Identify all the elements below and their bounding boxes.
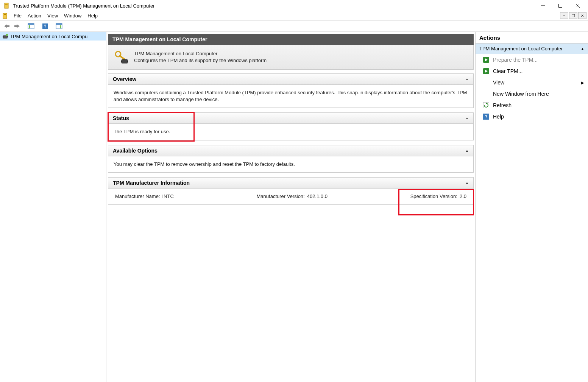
menu-file[interactable]: File <box>11 12 25 19</box>
collapse-icon: ▲ <box>465 77 469 81</box>
section-status: Status ▲ The TPM is ready for use. <box>108 112 474 140</box>
svg-rect-12 <box>29 25 30 28</box>
svg-rect-19 <box>3 36 3 37</box>
tree-item-label: TPM Management on Local Compu <box>10 34 87 39</box>
action-prepare-tpm[interactable]: Prepare the TPM... <box>476 54 588 65</box>
forward-button[interactable] <box>12 22 22 31</box>
content-summary: TPM Management on Local Computer Configu… <box>108 45 474 70</box>
menu-window[interactable]: Window <box>61 12 84 19</box>
main-layout: TPM Management on Local Compu ◀ ▶ TPM Ma… <box>0 32 588 382</box>
close-button[interactable] <box>569 0 586 11</box>
section-manufacturer-header[interactable]: TPM Manufacturer Information ▲ <box>108 178 473 189</box>
content-pane: TPM Management on Local Computer TPM Man… <box>106 32 475 382</box>
collapse-icon: ▲ <box>465 181 469 185</box>
blank-icon <box>483 80 489 86</box>
action-label: View <box>493 80 504 86</box>
toolbar: ? <box>0 20 588 32</box>
section-title: Available Options <box>113 148 158 154</box>
action-view[interactable]: View ▶ <box>476 77 588 88</box>
section-title: Overview <box>113 76 136 82</box>
svg-rect-22 <box>7 37 8 37</box>
window-title: Trusted Platform Module (TPM) Management… <box>12 3 534 9</box>
section-status-body: The TPM is ready for use. <box>108 124 473 140</box>
section-manufacturer-body: Manufacturer Name: INTC Manufacturer Ver… <box>108 189 473 204</box>
mdi-minimize-button[interactable]: − <box>560 12 568 19</box>
menu-view[interactable]: View <box>44 12 61 19</box>
svg-text:?: ? <box>44 24 47 28</box>
action-clear-tpm[interactable]: Clear TPM... <box>476 65 588 77</box>
toolbar-separator <box>52 22 52 30</box>
content-summary-text: TPM Management on Local Computer Configu… <box>134 50 267 64</box>
help-button[interactable]: ? <box>41 22 50 31</box>
tree-pane: TPM Management on Local Compu ◀ ▶ <box>0 32 106 382</box>
svg-rect-31 <box>127 61 128 62</box>
manufacturer-version: Manufacturer Version: 402.1.0.0 <box>257 193 328 200</box>
tree-body: TPM Management on Local Compu <box>0 32 106 382</box>
specification-version: Specification Version: 2.0 <box>410 193 466 200</box>
tree-item-tpm-root[interactable]: TPM Management on Local Compu <box>0 32 106 41</box>
svg-rect-26 <box>122 59 127 63</box>
collapse-icon: ▲ <box>465 116 469 120</box>
show-hide-action-pane-button[interactable] <box>55 22 64 31</box>
mdi-close-button[interactable]: ✕ <box>578 12 586 19</box>
svg-rect-18 <box>3 36 7 38</box>
help-icon: ? <box>483 114 489 120</box>
svg-rect-3 <box>559 4 562 8</box>
menu-bar: File Action View Window Help − ❐ ✕ <box>0 11 588 20</box>
svg-rect-20 <box>7 36 8 37</box>
actions-pane: Actions TPM Management on Local Computer… <box>475 32 588 382</box>
menu-help[interactable]: Help <box>84 12 101 19</box>
maximize-button[interactable] <box>552 0 569 11</box>
section-options-header[interactable]: Available Options ▲ <box>108 145 473 156</box>
mdi-controls: − ❐ ✕ <box>560 12 586 19</box>
section-overview-header[interactable]: Overview ▲ <box>108 74 473 85</box>
show-hide-tree-button[interactable] <box>27 22 36 31</box>
action-label: Refresh <box>493 102 512 108</box>
mdi-restore-button[interactable]: ❐ <box>569 12 577 19</box>
toolbar-separator <box>24 22 24 30</box>
svg-rect-29 <box>121 62 122 63</box>
summary-title: TPM Management on Local Computer <box>134 50 267 57</box>
svg-marker-9 <box>14 24 20 28</box>
spec-version-label: Specification Version: <box>410 193 457 200</box>
section-overview-body: Windows computers containing a Trusted P… <box>108 85 473 108</box>
mfr-version-label: Manufacturer Version: <box>257 193 305 200</box>
section-title: TPM Manufacturer Information <box>113 180 190 186</box>
chevron-right-icon: ▶ <box>581 81 584 85</box>
svg-rect-27 <box>121 60 122 61</box>
collapse-icon: ▲ <box>581 47 584 51</box>
action-refresh[interactable]: Refresh <box>476 100 588 111</box>
svg-rect-28 <box>121 61 122 62</box>
content-header: TPM Management on Local Computer <box>108 34 474 45</box>
summary-desc: Configures the TPM and its support by th… <box>134 57 267 64</box>
spec-version-value: 2.0 <box>460 193 466 200</box>
mfr-name-value: INTC <box>162 193 174 200</box>
collapse-icon: ▲ <box>465 149 469 153</box>
window-controls <box>534 0 586 11</box>
svg-rect-17 <box>60 25 61 28</box>
action-label: Prepare the TPM... <box>493 57 538 63</box>
section-options-body: You may clear the TPM to remove ownershi… <box>108 156 473 172</box>
svg-rect-30 <box>127 60 128 61</box>
section-title: Status <box>113 115 129 121</box>
manufacturer-row: Manufacturer Name: INTC Manufacturer Ver… <box>114 193 468 200</box>
action-new-window[interactable]: New Window from Here <box>476 88 588 100</box>
section-options: Available Options ▲ You may clear the TP… <box>108 145 474 173</box>
menu-action[interactable]: Action <box>25 12 44 19</box>
section-status-header[interactable]: Status ▲ <box>108 113 473 124</box>
key-chip-icon <box>114 50 129 65</box>
action-help[interactable]: ? Help <box>476 111 588 122</box>
action-label: New Window from Here <box>493 91 549 97</box>
arrow-right-icon <box>483 68 489 74</box>
section-overview: Overview ▲ Windows computers containing … <box>108 73 474 108</box>
title-bar: Trusted Platform Module (TPM) Management… <box>0 0 588 11</box>
refresh-icon <box>483 102 489 108</box>
back-button[interactable] <box>2 22 11 31</box>
actions-subheader[interactable]: TPM Management on Local Computer ▲ <box>476 44 588 54</box>
minimize-button[interactable] <box>534 0 552 11</box>
mmc-icon <box>2 13 8 19</box>
svg-rect-21 <box>3 37 3 37</box>
action-label: Clear TPM... <box>493 68 522 74</box>
app-icon <box>4 3 10 9</box>
svg-text:?: ? <box>485 114 488 119</box>
